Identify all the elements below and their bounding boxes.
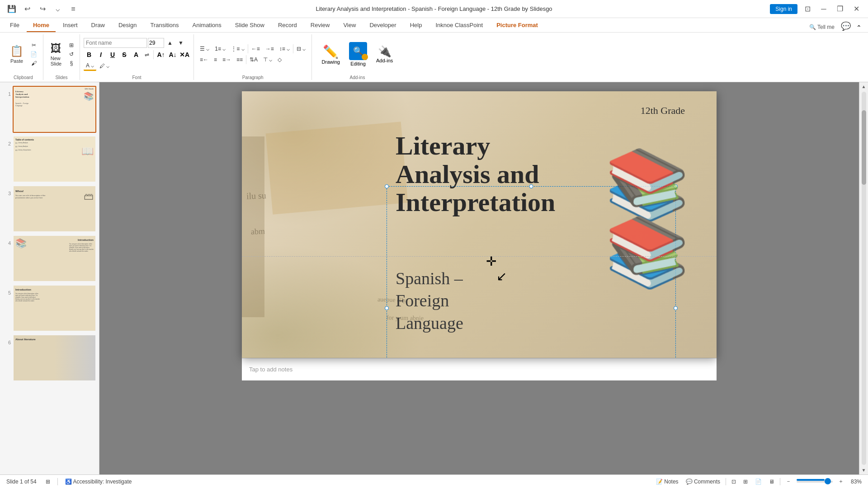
font-size-increment-icon[interactable]: ▲ [165, 39, 175, 47]
slide-subtitle[interactable]: Spanish – Foreign Language [396, 267, 463, 334]
bullets-button[interactable]: ☰ ⌵ [198, 45, 212, 53]
bold-button[interactable]: B [84, 50, 94, 60]
slide-item-4[interactable]: 4 📚 Introduction You can give a bit of d… [3, 235, 96, 282]
notes-button[interactable]: 📝 Notes [654, 478, 680, 486]
font-size-decrement-icon[interactable]: ▼ [176, 39, 186, 47]
slide-thumb-1[interactable]: LiteraryAnalysis andInterpretation Spani… [13, 86, 96, 133]
text-shadow-button[interactable]: A [131, 50, 142, 60]
strikethrough-button[interactable]: S [119, 50, 130, 60]
tab-picture-format[interactable]: Picture Format [490, 19, 544, 32]
new-slide-button[interactable]: 🖼 NewSlide [47, 41, 65, 68]
columns-button[interactable]: ⊟ ⌵ [294, 45, 308, 53]
addins-main-button[interactable]: 🔌 Add-ins [373, 43, 396, 65]
minimize-button[interactable]: ─ [817, 3, 830, 15]
slide-item-1[interactable]: 1 LiteraryAnalysis andInterpretation Spa… [3, 86, 96, 133]
paste-button[interactable]: 📋 Paste [7, 41, 26, 68]
comments-icon[interactable]: 💬 [838, 20, 854, 32]
multilevel-list-button[interactable]: ⋮≡ ⌵ [229, 45, 246, 53]
zoom-thumb[interactable] [825, 478, 831, 484]
collapse-ribbon-icon[interactable]: ⌃ [854, 23, 864, 32]
tab-insert[interactable]: Insert [57, 19, 84, 32]
font-color-dropdown[interactable]: A ⌵ [84, 61, 96, 71]
tab-slideshow[interactable]: Slide Show [229, 19, 271, 32]
slide-thumb-6[interactable]: About literature [13, 334, 96, 381]
scroll-up-icon[interactable]: ▲ [862, 84, 866, 89]
slide-layout-button[interactable]: ⊞ [67, 41, 76, 49]
tab-view[interactable]: View [337, 19, 362, 32]
font-size-input[interactable] [148, 38, 164, 48]
scroll-thumb[interactable] [862, 110, 866, 185]
align-left-button[interactable]: ≡← [198, 56, 211, 64]
zoom-in-button[interactable]: ＋ [836, 477, 845, 486]
decrease-font-button[interactable]: A↓ [167, 50, 178, 60]
scroll-down-icon[interactable]: ▼ [862, 468, 866, 473]
copy-button[interactable]: 📄 [28, 50, 39, 58]
slide-view-options-button[interactable]: ⊞ [44, 478, 52, 486]
tab-home[interactable]: Home [27, 19, 56, 32]
slide-canvas[interactable]: ilu su abm auepue elly for y um abnie 12… [242, 91, 717, 358]
font-name-input[interactable] [84, 38, 147, 48]
italic-button[interactable]: I [95, 50, 106, 60]
numbering-button[interactable]: 1≡ ⌵ [212, 45, 228, 53]
format-painter-button[interactable]: 🖌 [28, 59, 39, 67]
slide-item-6[interactable]: 6 About literature [3, 334, 96, 381]
notes-panel[interactable]: Tap to add notes [242, 358, 717, 380]
reset-slide-button[interactable]: ↺ [67, 50, 76, 58]
sign-in-button[interactable]: Sign in [770, 4, 797, 14]
undo-icon[interactable]: ↩ [21, 3, 33, 15]
editing-button[interactable]: 🔍 Editing [345, 40, 371, 68]
scroll-track[interactable] [862, 92, 866, 465]
tab-design[interactable]: Design [112, 19, 143, 32]
align-right-button[interactable]: ≡→ [220, 56, 233, 64]
clear-format-button[interactable]: ✕A [179, 50, 190, 60]
slide-sorter-button[interactable]: ⊞ [741, 478, 750, 486]
accessibility-button[interactable]: ♿ Accessibility: Investigate [63, 478, 134, 486]
zoom-level[interactable]: 83% [849, 478, 863, 486]
normal-view-button[interactable]: ⊡ [730, 478, 738, 486]
slide-item-3[interactable]: 3 Whoa! You can use a bit of description… [3, 185, 96, 232]
cut-button[interactable]: ✂ [28, 41, 39, 49]
customize-icon[interactable]: ≡ [67, 3, 80, 15]
align-text-button[interactable]: ⊤ ⌵ [261, 56, 274, 64]
increase-font-button[interactable]: A↑ [156, 50, 166, 60]
quick-access-more-icon[interactable]: ⌵ [52, 3, 64, 15]
ribbon-display-icon[interactable]: ⊡ [801, 3, 814, 15]
tab-inknoe[interactable]: Inknoe ClassPoint [429, 19, 489, 32]
highlight-color-dropdown[interactable]: 🖊 ⌵ [97, 62, 112, 70]
decrease-indent-button[interactable]: ←≡ [249, 45, 262, 53]
zoom-slider[interactable] [797, 481, 833, 483]
canvas-area[interactable]: ilu su abm auepue elly for y um abnie 12… [99, 82, 859, 474]
text-direction-button[interactable]: ⇅A [247, 56, 260, 64]
slide-thumb-5[interactable]: Introduction You can give a bit of descr… [13, 285, 96, 332]
slide-thumb-3[interactable]: Whoa! You can use a bit of description o… [13, 185, 96, 232]
redo-icon[interactable]: ↪ [36, 3, 49, 15]
slide-item-2[interactable]: 2 Table of contents 01 Literary Analysis… [3, 136, 96, 183]
section-button[interactable]: § [67, 59, 76, 67]
reading-view-button[interactable]: 📄 [753, 478, 764, 486]
presenter-view-button[interactable]: 🖥 [767, 478, 776, 486]
tab-record[interactable]: Record [272, 19, 303, 32]
restore-button[interactable]: ❐ [834, 3, 846, 15]
search-tell-me[interactable]: 🔍 Tell me [806, 22, 838, 32]
drawing-button[interactable]: ✏️ Drawing [318, 42, 344, 66]
tab-animations[interactable]: Animations [186, 19, 228, 32]
slide-thumb-2[interactable]: Table of contents 01 Literary Analysis 0… [13, 136, 96, 183]
smartart-button[interactable]: ◇ [275, 56, 284, 64]
tab-help[interactable]: Help [404, 19, 429, 32]
slide-thumb-4[interactable]: 📚 Introduction You can give a bit of des… [13, 235, 96, 282]
tab-draw[interactable]: Draw [85, 19, 111, 32]
increase-indent-button[interactable]: →≡ [263, 45, 276, 53]
close-button[interactable]: ✕ [850, 3, 863, 15]
slide-item-5[interactable]: 5 Introduction You can give a bit of des… [3, 285, 96, 332]
align-center-button[interactable]: ≡ [212, 56, 219, 64]
slide-info[interactable]: Slide 1 of 54 [5, 478, 38, 486]
tab-developer[interactable]: Developer [363, 19, 402, 32]
justify-button[interactable]: ≡≡ [234, 56, 245, 64]
tab-review[interactable]: Review [304, 19, 336, 32]
zoom-out-button[interactable]: － [784, 477, 793, 486]
tab-file[interactable]: File [4, 19, 26, 32]
underline-button[interactable]: U [107, 50, 118, 60]
tab-transitions[interactable]: Transitions [144, 19, 185, 32]
line-spacing-button[interactable]: ↕≡ ⌵ [277, 45, 292, 53]
slide-title[interactable]: Literary Analysis and Interpretation [396, 132, 555, 217]
